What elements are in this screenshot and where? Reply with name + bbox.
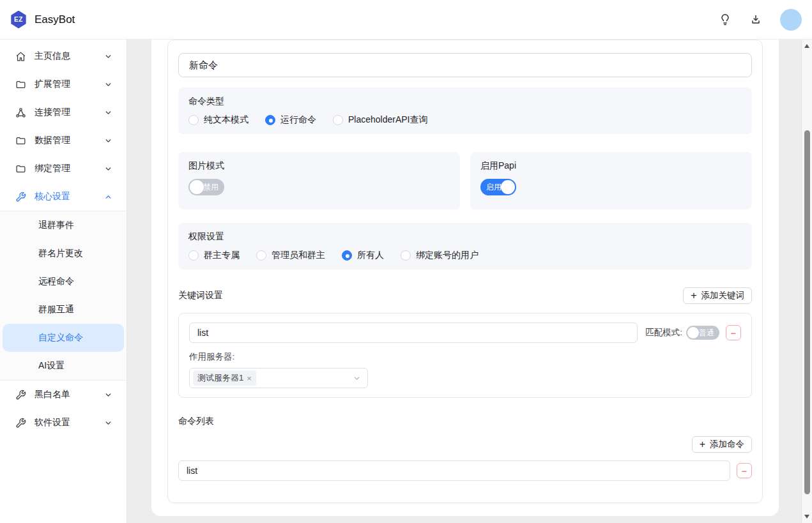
- remove-keyword-button[interactable]: −: [726, 325, 741, 340]
- sidebar-item-binding[interactable]: 绑定管理: [0, 155, 126, 183]
- sidebar-item-label: 连接管理: [34, 107, 104, 118]
- server-scope-label: 作用服务器:: [189, 351, 741, 363]
- radio-icon: [265, 115, 275, 125]
- radio-icon: [256, 250, 266, 261]
- scrollbar-thumb[interactable]: [804, 130, 810, 494]
- add-command-label: 添加命令: [710, 439, 744, 450]
- match-mode-toggle[interactable]: 普通: [686, 326, 719, 340]
- sidebar-item-home[interactable]: 主页信息: [0, 42, 126, 70]
- network-icon: [15, 107, 26, 118]
- home-icon: [15, 51, 26, 62]
- radio-bound-users[interactable]: 绑定账号的用户: [401, 250, 479, 261]
- permission-panel: 权限设置 群主专属 管理员和群主 所有人: [178, 223, 752, 269]
- permission-label: 权限设置: [188, 231, 742, 243]
- sidebar: 主页信息 扩展管理 连接管理: [0, 40, 127, 523]
- user-avatar[interactable]: [780, 9, 802, 31]
- sidebar-subitem-group-card-change[interactable]: 群名片更改: [3, 239, 124, 268]
- sidebar-subitem-custom-command[interactable]: 自定义命令: [3, 324, 124, 352]
- match-mode-label: 匹配模式:: [645, 327, 682, 338]
- remove-command-button[interactable]: −: [737, 463, 752, 478]
- radio-owner-only[interactable]: 群主专属: [188, 250, 240, 261]
- folder-icon: [15, 135, 26, 146]
- subitem-label: 远程命令: [38, 276, 74, 287]
- keyword-row: 匹配模式: 普通 −: [189, 322, 741, 343]
- scroll-down-arrow-icon[interactable]: [804, 515, 809, 519]
- keyword-input[interactable]: [189, 322, 638, 343]
- plus-icon: +: [700, 439, 705, 450]
- sidebar-item-blacklist[interactable]: 黑白名单: [0, 381, 126, 409]
- sidebar-item-software-settings[interactable]: 软件设置: [0, 409, 126, 437]
- papi-panel: 启用Papi 启用: [470, 152, 752, 209]
- main-content: 命令类型 纯文本模式 运行命令 PlaceholderAPI查询: [127, 40, 812, 523]
- image-mode-panel: 图片模式 禁用: [178, 152, 460, 209]
- download-icon[interactable]: [749, 13, 762, 26]
- add-keyword-label: 添加关键词: [701, 290, 745, 301]
- radio-placeholder-api[interactable]: PlaceholderAPI查询: [333, 114, 428, 126]
- sidebar-item-label: 黑白名单: [34, 389, 104, 400]
- sidebar-item-connections[interactable]: 连接管理: [0, 98, 126, 126]
- add-keyword-button[interactable]: + 添加关键词: [683, 287, 752, 304]
- command-list-label: 命令列表: [178, 416, 752, 427]
- papi-toggle[interactable]: 启用: [480, 179, 516, 195]
- command-list-toolbar: + 添加命令: [178, 436, 752, 453]
- plus-icon: +: [691, 291, 696, 301]
- server-select[interactable]: 测试服务器1 ×: [189, 368, 368, 388]
- minus-icon: −: [742, 466, 747, 476]
- subitem-label: AI设置: [38, 360, 65, 372]
- radio-icon: [401, 250, 411, 261]
- command-name-input[interactable]: [178, 53, 752, 77]
- radio-label: 管理员和群主: [272, 250, 325, 261]
- server-tag-label: 测试服务器1: [197, 372, 243, 384]
- sidebar-subitem-ai-settings[interactable]: AI设置: [3, 352, 124, 380]
- lightbulb-icon[interactable]: [719, 13, 732, 26]
- chevron-down-icon: [104, 80, 112, 89]
- papi-label: 启用Papi: [480, 160, 742, 172]
- toggle-state-label: 普通: [699, 326, 714, 340]
- radio-everyone[interactable]: 所有人: [342, 250, 384, 261]
- sidebar-item-core-settings[interactable]: 核心设置: [0, 183, 126, 211]
- chevron-down-icon: [104, 165, 112, 173]
- chevron-down-icon: [104, 137, 112, 145]
- radio-icon: [342, 250, 352, 261]
- folder-icon: [15, 79, 26, 90]
- logo-text: EZ: [14, 16, 23, 23]
- radio-run-command[interactable]: 运行命令: [265, 114, 316, 126]
- add-command-button[interactable]: + 添加命令: [692, 436, 752, 453]
- permission-options: 群主专属 管理员和群主 所有人 绑定账号的用户: [188, 250, 742, 261]
- subitem-label: 群服互通: [38, 304, 74, 315]
- sidebar-subitem-remote-command[interactable]: 远程命令: [3, 268, 124, 296]
- command-type-options: 纯文本模式 运行命令 PlaceholderAPI查询: [188, 114, 742, 126]
- command-type-label: 命令类型: [188, 96, 742, 107]
- sidebar-subitem-group-server-link[interactable]: 群服互通: [3, 296, 124, 324]
- scroll-up-arrow-icon[interactable]: [804, 44, 809, 48]
- vertical-scrollbar[interactable]: [801, 40, 812, 523]
- sidebar-item-data[interactable]: 数据管理: [0, 126, 126, 155]
- core-settings-submenu: 退群事件 群名片更改 远程命令 群服互通 自定义命令 AI设置: [0, 211, 126, 381]
- command-row: −: [178, 460, 752, 481]
- content-card: 命令类型 纯文本模式 运行命令 PlaceholderAPI查询: [151, 40, 779, 516]
- sidebar-subitem-quit-group-event[interactable]: 退群事件: [3, 211, 124, 239]
- sidebar-item-label: 核心设置: [34, 191, 104, 202]
- keyword-item-card: 匹配模式: 普通 − 作用服务器: 测试服务器1 ×: [178, 313, 752, 398]
- radio-icon: [188, 115, 199, 125]
- wrench-icon: [15, 390, 26, 400]
- image-mode-toggle[interactable]: 禁用: [188, 179, 224, 195]
- radio-admin-and-owner[interactable]: 管理员和群主: [256, 250, 325, 261]
- sidebar-item-label: 扩展管理: [34, 79, 104, 90]
- radio-label: 群主专属: [204, 250, 240, 261]
- toggle-knob: [501, 180, 515, 194]
- minus-icon: −: [731, 328, 737, 338]
- command-type-panel: 命令类型 纯文本模式 运行命令 PlaceholderAPI查询: [178, 87, 752, 134]
- command-input[interactable]: [178, 460, 730, 481]
- radio-label: 纯文本模式: [204, 114, 249, 126]
- app-logo[interactable]: EZ EasyBot: [10, 11, 75, 29]
- wrench-icon: [15, 192, 26, 202]
- sidebar-item-label: 主页信息: [34, 50, 104, 62]
- radio-plain-text-mode[interactable]: 纯文本模式: [188, 114, 249, 126]
- sidebar-item-label: 软件设置: [34, 417, 104, 428]
- tag-close-icon[interactable]: ×: [247, 374, 252, 383]
- radio-label: 绑定账号的用户: [416, 250, 479, 261]
- sidebar-item-extensions[interactable]: 扩展管理: [0, 70, 126, 98]
- toggle-panels: 图片模式 禁用 启用Papi 启用: [178, 152, 752, 209]
- radio-icon: [188, 250, 199, 261]
